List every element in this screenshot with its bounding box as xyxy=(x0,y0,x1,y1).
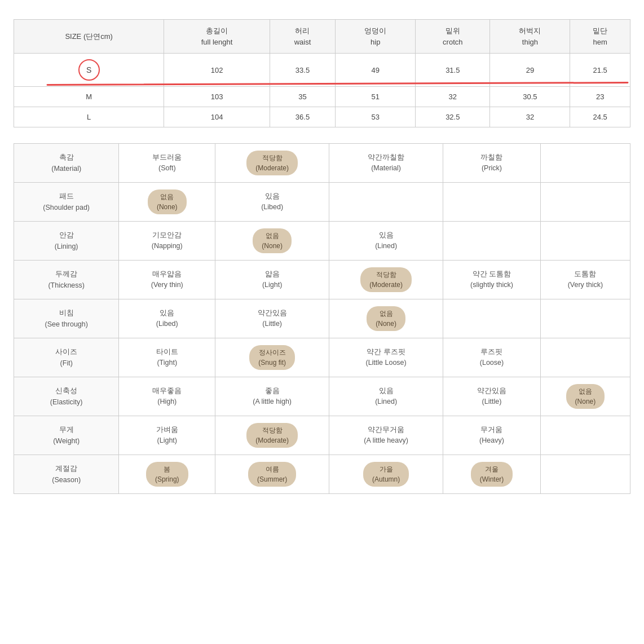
material-table-row: 두께감(Thickness)매우얇음(Very thin)얇음(Light)적당… xyxy=(14,261,630,299)
size-value-cell: 33.5 xyxy=(270,54,335,87)
material-row-header: 패드(Shoulder pad) xyxy=(14,183,119,222)
material-highlighted-pill: 없음(None) xyxy=(367,306,405,331)
material-option-cell: 적당함(Moderate) xyxy=(215,416,329,455)
size-value-cell: 35 xyxy=(270,87,335,107)
material-option-cell: 약간 도톰함(slightly thick) xyxy=(443,261,541,299)
size-col-header: SIZE (단연cm) xyxy=(14,20,164,54)
material-highlighted-pill: 없음(None) xyxy=(148,189,187,214)
size-cell: L xyxy=(14,107,164,127)
material-option-cell: 있음(Lined) xyxy=(329,222,443,261)
material-highlighted-pill: 여름(Summer) xyxy=(248,462,296,487)
material-table: 촉감(Material)부드러움(Soft)적당함(Moderate)약간까칠함… xyxy=(14,143,630,494)
material-option-cell: 기모안감(Napping) xyxy=(119,222,215,261)
material-option-cell xyxy=(540,416,630,455)
size-cell: M xyxy=(14,87,164,107)
material-row-header: 안감(Lining) xyxy=(14,222,119,261)
material-highlighted-pill: 봄(Spring) xyxy=(146,462,188,487)
size-value-cell: 21.5 xyxy=(570,54,630,87)
size-value-cell: 102 xyxy=(164,54,270,87)
size-value-cell: 31.5 xyxy=(416,54,490,87)
material-option-cell: 없음(None) xyxy=(329,299,443,338)
material-row-header: 촉감(Material) xyxy=(14,144,119,183)
material-option-cell: 겨울(Winter) xyxy=(443,455,541,494)
size-value-cell: 32.5 xyxy=(416,107,490,127)
material-row-header: 사이즈(Fit) xyxy=(14,338,119,377)
material-option-cell: 없음(None) xyxy=(215,222,329,261)
material-option-cell: 타이트(Tight) xyxy=(119,338,215,377)
material-option-cell: 루즈핏(Loose) xyxy=(443,338,541,377)
material-highlighted-pill: 가을(Autumn) xyxy=(363,462,409,487)
material-option-cell: 있음(Libed) xyxy=(119,299,215,338)
material-option-cell xyxy=(540,183,630,222)
hem-col-header: 밑단hem xyxy=(570,20,630,54)
s-size-circle: S xyxy=(78,59,100,81)
material-row-header: 비침(See through) xyxy=(14,299,119,338)
size-cell: S xyxy=(14,54,164,87)
material-table-row: 촉감(Material)부드러움(Soft)적당함(Moderate)약간까칠함… xyxy=(14,144,630,183)
material-option-cell: 약간무거움(A little heavy) xyxy=(329,416,443,455)
material-option-cell xyxy=(540,299,630,338)
material-option-cell: 도톰함(Very thick) xyxy=(540,261,630,299)
material-highlighted-pill: 적당함(Moderate) xyxy=(360,267,412,292)
material-option-cell: 없음(None) xyxy=(119,183,215,222)
material-row-header: 계절감(Season) xyxy=(14,455,119,494)
material-highlighted-pill: 적당함(Moderate) xyxy=(246,423,298,448)
material-option-cell: 부드러움(Soft) xyxy=(119,144,215,183)
material-option-cell: 좋음(A little high) xyxy=(215,377,329,416)
material-option-cell: 약간있음(Little) xyxy=(215,299,329,338)
size-value-cell: 29 xyxy=(490,54,570,87)
size-value-cell: 104 xyxy=(164,107,270,127)
material-option-cell: 얇음(Light) xyxy=(215,261,329,299)
material-option-cell: 있음(Libed) xyxy=(215,183,329,222)
hip-col-header: 엉덩이hip xyxy=(336,20,416,54)
material-highlighted-pill: 없음(None) xyxy=(566,384,605,409)
material-option-cell: 가벼움(Light) xyxy=(119,416,215,455)
material-option-cell xyxy=(540,144,630,183)
material-option-cell: 있음(Lined) xyxy=(329,377,443,416)
material-table-row: 사이즈(Fit)타이트(Tight)정사이즈(Snug fit)약간 루즈핏(L… xyxy=(14,338,630,377)
size-table-row: S10233.54931.52921.5 xyxy=(14,54,630,87)
material-option-cell xyxy=(329,183,443,222)
material-option-cell: 매우얇음(Very thin) xyxy=(119,261,215,299)
material-option-cell xyxy=(443,299,541,338)
fulllenght-col-header: 총길이full lenght xyxy=(164,20,270,54)
material-option-cell: 약간까칠함(Material) xyxy=(329,144,443,183)
material-table-row: 패드(Shoulder pad)없음(None)있음(Libed) xyxy=(14,183,630,222)
material-highlighted-pill: 정사이즈(Snug fit) xyxy=(249,345,295,370)
material-highlighted-pill: 겨울(Winter) xyxy=(471,462,513,487)
size-table-row: L10436.55332.53224.5 xyxy=(14,107,630,127)
material-table-row: 신축성(Elasticity)매우좋음(High)좋음(A little hig… xyxy=(14,377,630,416)
material-row-header: 두께감(Thickness) xyxy=(14,261,119,299)
material-option-cell: 가을(Autumn) xyxy=(329,455,443,494)
size-value-cell: 23 xyxy=(570,87,630,107)
size-value-cell: 36.5 xyxy=(270,107,335,127)
material-option-cell: 정사이즈(Snug fit) xyxy=(215,338,329,377)
material-row-header: 신축성(Elasticity) xyxy=(14,377,119,416)
material-row-header: 무게(Weight) xyxy=(14,416,119,455)
size-table-wrapper: SIZE (단연cm) 총길이full lenght 허리waist 엉덩이hi… xyxy=(14,19,630,127)
material-highlighted-pill: 적당함(Moderate) xyxy=(246,151,298,175)
material-highlighted-pill: 없음(None) xyxy=(253,228,292,253)
size-value-cell: 24.5 xyxy=(570,107,630,127)
material-option-cell: 약간 루즈핏(Little Loose) xyxy=(329,338,443,377)
material-option-cell: 매우좋음(High) xyxy=(119,377,215,416)
size-value-cell: 53 xyxy=(336,107,416,127)
material-option-cell: 봄(Spring) xyxy=(119,455,215,494)
size-value-cell: 32 xyxy=(490,107,570,127)
size-table-row: M10335513230.523 xyxy=(14,87,630,107)
material-option-cell xyxy=(540,338,630,377)
size-table: SIZE (단연cm) 총길이full lenght 허리waist 엉덩이hi… xyxy=(14,19,630,127)
material-table-row: 안감(Lining)기모안감(Napping)없음(None)있음(Lined) xyxy=(14,222,630,261)
material-option-cell: 무거움(Heavy) xyxy=(443,416,541,455)
material-option-cell: 약간있음(Little) xyxy=(443,377,541,416)
material-option-cell xyxy=(443,183,541,222)
size-value-cell: 49 xyxy=(336,54,416,87)
material-option-cell: 까칠함(Prick) xyxy=(443,144,541,183)
material-table-row: 비침(See through)있음(Libed)약간있음(Little)없음(N… xyxy=(14,299,630,338)
size-value-cell: 30.5 xyxy=(490,87,570,107)
thigh-col-header: 허벅지thigh xyxy=(490,20,570,54)
material-option-cell: 적당함(Moderate) xyxy=(329,261,443,299)
material-option-cell xyxy=(540,455,630,494)
waist-col-header: 허리waist xyxy=(270,20,335,54)
material-option-cell xyxy=(540,222,630,261)
